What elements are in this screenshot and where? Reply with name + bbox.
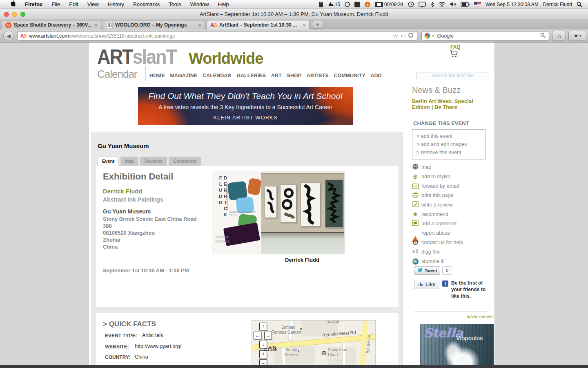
fast-user-switch[interactable]: Derrick Fludd xyxy=(543,2,572,7)
event-map[interactable]: Nancun Sanhao Famous Garden Renmin West … xyxy=(252,321,375,366)
bookmark-star-icon[interactable]: ☆ xyxy=(393,32,398,40)
tweet-label: Tweet xyxy=(425,268,437,273)
wifi-icon[interactable] xyxy=(439,2,445,7)
site-search-input[interactable] xyxy=(416,72,489,79)
tab-artslant-active[interactable]: AS ArtSlant – September 1st 10:30 ... × xyxy=(207,20,310,29)
artist-link[interactable]: Derrick Fludd xyxy=(103,188,143,195)
apple-menu-icon[interactable] xyxy=(6,0,20,9)
venue-name[interactable]: Gu Yuan Museum xyxy=(103,208,151,215)
nav-home[interactable]: HOME xyxy=(149,73,165,79)
forward-by-email-action[interactable]: ✉forward by email xyxy=(412,182,459,190)
stumble-action[interactable]: SUstumble it! xyxy=(412,257,445,265)
tab-close-icon[interactable]: × xyxy=(198,22,201,28)
exhibition-photo[interactable]: DERRICK FLUDD 德瑞克福来德抽象水墨展 EXHIBITION OF … xyxy=(212,171,344,254)
display-icon[interactable] xyxy=(419,2,426,7)
like-button[interactable]: Like xyxy=(414,280,439,289)
search-engine-dropdown-icon[interactable]: ▾ xyxy=(432,34,434,38)
url-bar[interactable]: AS www.artslant.com/ew/events/show/23511… xyxy=(17,31,417,40)
home-button[interactable]: ⌂ xyxy=(552,31,566,41)
map-pan-right-button[interactable]: → xyxy=(264,332,272,339)
urlbar-dropdown-icon[interactable]: ▾ xyxy=(401,34,403,38)
search-go-icon[interactable] xyxy=(540,32,549,40)
tab-map[interactable]: Map xyxy=(120,157,138,166)
add-to-mylist-action[interactable]: ⊕add to mylist xyxy=(412,173,450,181)
menu-view[interactable]: View xyxy=(83,0,103,9)
map-zoom-in-button[interactable]: + xyxy=(259,350,267,358)
map-pan-left-button[interactable]: ← xyxy=(254,332,261,339)
tab-event[interactable]: Event xyxy=(98,157,119,166)
tab-favicon-artslant: AS xyxy=(210,22,217,28)
spotlight-icon[interactable] xyxy=(577,2,582,7)
new-tab-button[interactable]: + xyxy=(312,21,323,29)
nav-community[interactable]: COMMUNITY xyxy=(334,73,365,79)
menu-firefox[interactable]: Firefox xyxy=(20,0,47,9)
url-text[interactable]: www.artslant.com/ew/events/show/235118-a… xyxy=(29,33,175,39)
input-language-flag-icon[interactable] xyxy=(474,2,481,7)
nav-art[interactable]: ART xyxy=(271,73,282,79)
map-pan-down-button[interactable]: ↓ xyxy=(259,341,267,348)
sidebar-ad[interactable]: Stella Viopoulos xyxy=(420,324,494,365)
map-marker xyxy=(298,350,299,352)
menu-bookmarks[interactable]: Bookmarks xyxy=(129,0,164,9)
website-link[interactable]: http://www.gyart.org/ xyxy=(135,343,181,349)
faq-link[interactable]: FAQ xyxy=(450,44,461,50)
menu-help[interactable]: Help xyxy=(214,0,234,9)
print-page-action[interactable]: print this page xyxy=(412,191,454,200)
volume-icon[interactable] xyxy=(450,2,456,7)
evernote-icon[interactable] xyxy=(318,1,324,7)
window-title: ArtSlant – September 1st 10:30 AM – 1:30… xyxy=(0,11,588,17)
map-pan-up-button[interactable]: ↑ xyxy=(259,323,267,330)
battery-icon[interactable] xyxy=(461,2,470,7)
menubar-clock[interactable]: Wed Sep 5 12:30:03 AM xyxy=(486,2,539,7)
updater-icon[interactable]: x xyxy=(365,2,370,7)
dark-app-icon[interactable] xyxy=(354,2,360,7)
banner-ad[interactable]: Find Out What They Didn’t Teach You in A… xyxy=(138,87,353,125)
digg-action[interactable]: digg this xyxy=(412,248,441,256)
tab-wooloo[interactable]: Ш WOOLOO.ORG – My Openings × xyxy=(103,20,205,29)
add-comment-action[interactable]: add a comment xyxy=(412,220,457,228)
mountain-badge-icon[interactable]: 15 xyxy=(328,2,340,7)
nav-calendar[interactable]: CALENDAR xyxy=(203,73,231,79)
bluetooth-icon[interactable] xyxy=(430,2,434,7)
contact-help-action[interactable]: ?contact us for help xyxy=(412,238,463,247)
news-buzz-link[interactable]: Berlin Art Week: Special Edition | Be Th… xyxy=(412,99,477,110)
window-titlebar[interactable]: ArtSlant – September 1st 10:30 AM – 1:30… xyxy=(0,9,588,19)
tab-space-shuttle[interactable]: Space Shuttle Discovery – 360V... × xyxy=(2,20,101,29)
report-abuse-action[interactable]: !report abuse xyxy=(412,229,450,237)
bookmarks-menu-button[interactable]: ★ ▾ xyxy=(568,31,586,41)
map-zoom-out-button[interactable]: − xyxy=(259,359,267,366)
tab-close-icon[interactable]: × xyxy=(94,22,98,28)
site-logo[interactable]: ARTslanT Worldwide xyxy=(97,45,263,67)
search-bar[interactable]: ▾ Google xyxy=(421,31,549,40)
tab-close-icon[interactable]: × xyxy=(303,22,306,28)
menu-edit[interactable]: Edit xyxy=(65,0,82,9)
recommend-action[interactable]: ★recommend xyxy=(412,210,448,218)
reload-icon[interactable] xyxy=(408,32,414,40)
menu-window[interactable]: Window xyxy=(186,0,214,9)
back-button[interactable]: ◀ xyxy=(3,31,14,41)
time-machine-icon[interactable] xyxy=(408,1,414,7)
map-action[interactable]: map xyxy=(412,163,431,171)
loop-icon[interactable] xyxy=(345,2,350,7)
add-edit-images-link[interactable]: > add and edit images xyxy=(416,140,481,148)
nav-add[interactable]: ADD xyxy=(371,73,382,79)
timer-status[interactable]: 00:09:34 xyxy=(375,2,403,7)
cart-icon[interactable] xyxy=(450,50,459,60)
tweet-button[interactable]: Tweet xyxy=(414,266,440,275)
write-review-action[interactable]: write a review xyxy=(412,201,452,209)
nav-artists[interactable]: ARTISTS xyxy=(307,73,328,79)
quick-facts-title: > QUICK FACTS xyxy=(103,320,156,328)
remove-event-link[interactable]: > remove this event xyxy=(416,148,481,157)
tab-reviews[interactable]: Reviews xyxy=(140,157,167,166)
menu-history[interactable]: History xyxy=(103,0,129,9)
edit-event-link[interactable]: > edit this event xyxy=(416,132,481,140)
menu-tools[interactable]: Tools xyxy=(164,0,185,9)
nav-magazine[interactable]: MAGAZINE xyxy=(170,73,198,79)
envelope-icon: ✉ xyxy=(412,183,419,189)
tab-favicon-wooloo: Ш xyxy=(107,22,113,28)
tab-comments[interactable]: Comments xyxy=(169,157,201,166)
menu-file[interactable]: File xyxy=(47,0,65,9)
nav-shop[interactable]: SHOP xyxy=(287,73,301,79)
tab-favicon-360cities xyxy=(5,22,11,28)
nav-galleries[interactable]: GALLERIES xyxy=(236,73,266,79)
